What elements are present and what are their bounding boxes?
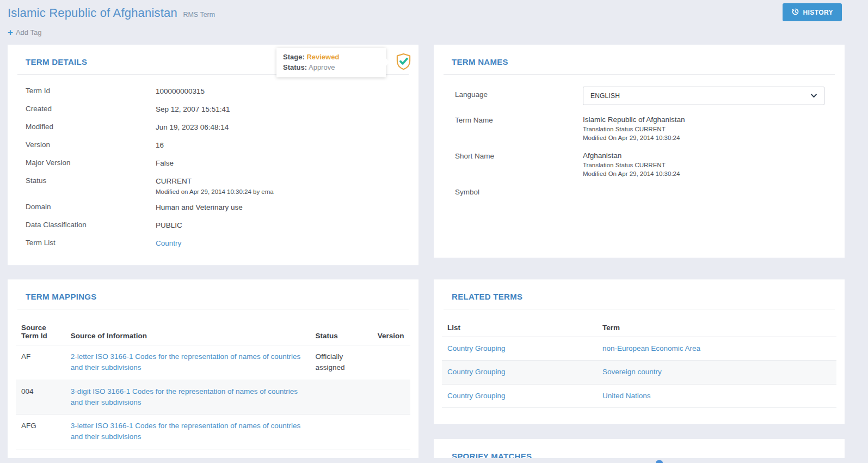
- related-term-link: non-European Economic Area: [597, 337, 836, 361]
- term-names-title: TERM NAMES: [434, 45, 845, 66]
- stage-status-tooltip: Stage: Reviewed Status: Approve: [276, 48, 386, 77]
- language-row: Language ENGLISH: [455, 87, 824, 105]
- term-mapping-row: AFG 3-letter ISO 3166-1 Codes for the re…: [16, 415, 410, 449]
- term-names-panel: TERM NAMES Language ENGLISH: [434, 45, 845, 258]
- term-details-panel: TERM DETAILS Stage: Reviewed Status: App…: [8, 45, 418, 265]
- add-tag-button[interactable]: + Add Tag: [8, 28, 57, 37]
- field-value: Jun 19, 2023 06:48:14: [156, 122, 229, 133]
- source-term-id-cell: 004: [16, 380, 65, 415]
- field-label: Term Id: [26, 86, 156, 97]
- page-subtitle: RMS Term: [183, 11, 215, 19]
- field-label: Created: [26, 104, 156, 115]
- related-term-row: Country Grouping Sovereign country: [442, 361, 836, 384]
- column-header-status: Status: [310, 320, 372, 345]
- add-tag-label: Add Tag: [16, 28, 41, 36]
- mapping-version-cell: [372, 415, 410, 449]
- related-term-link: United Nations: [597, 384, 836, 407]
- page-title: Islamic Republic of Afghanistan: [8, 6, 177, 20]
- field-row: Term Id 100000000315: [26, 86, 401, 97]
- term-details-fields: Term Id 100000000315 Created Sep 12, 200…: [8, 75, 418, 249]
- right-column: TERM NAMES Language ENGLISH: [434, 45, 845, 463]
- source-of-information-link: 3-letter ISO 3166-1 Codes for the repres…: [65, 415, 310, 449]
- sporify-matches-title: SPORIFY MATCHES: [434, 439, 845, 461]
- field-label: Version: [26, 140, 156, 151]
- language-selected-value: ENGLISH: [590, 92, 620, 100]
- shield-check-icon[interactable]: [396, 53, 411, 72]
- field-row: Status CURRENT Modified on Apr 29, 2014 …: [26, 176, 401, 195]
- plus-icon: +: [8, 28, 13, 37]
- field-label: Data Classification: [26, 220, 156, 231]
- language-select[interactable]: ENGLISH: [583, 87, 824, 105]
- term-mapping-row: 004 3-digit ISO 3166-1 Codes for the rep…: [16, 380, 410, 415]
- source-of-information-link: 3-digit ISO 3166-1 Codes for the represe…: [65, 380, 310, 415]
- source-term-id-cell: AF: [16, 345, 65, 380]
- history-icon: [791, 8, 799, 17]
- bottom-scroll-strip: [0, 458, 868, 463]
- tooltip-stage-line: Stage: Reviewed: [283, 52, 379, 63]
- field-value: 16: [156, 140, 164, 151]
- term-name-value: Afghanistan: [583, 151, 824, 160]
- modified-on: Modified On Apr 29, 2014 10:30:24: [583, 135, 824, 141]
- field-note: Modified on Apr 29, 2014 10:30:24 by ema: [156, 188, 274, 195]
- history-button[interactable]: HISTORY: [783, 3, 842, 21]
- related-list-link: Country Grouping: [442, 384, 597, 407]
- translation-status: Translation Status CURRENT: [583, 126, 824, 132]
- field-label: Domain: [26, 202, 156, 213]
- field-row: Domain Human and Veterinary use: [26, 202, 401, 213]
- mapping-status-cell: [310, 415, 372, 449]
- language-label: Language: [455, 87, 583, 105]
- field-value: Human and Veterinary use: [156, 202, 243, 213]
- term-mapping-row: AF 2-letter ISO 3166-1 Codes for the rep…: [16, 345, 410, 380]
- term-name-row: Symbol: [455, 187, 824, 196]
- field-label: Modified: [26, 122, 156, 133]
- mapping-version-cell: [372, 380, 410, 415]
- term-name-label: Short Name: [455, 151, 583, 177]
- page-header: Islamic Republic of Afghanistan RMS Term…: [8, 0, 868, 45]
- column-header-version: Version: [372, 320, 410, 345]
- related-list-link: Country Grouping: [442, 361, 597, 384]
- related-term-row: Country Grouping non-European Economic A…: [442, 337, 836, 361]
- related-terms-panel: RELATED TERMS List Term: [434, 279, 845, 424]
- field-value: False: [156, 158, 174, 169]
- field-value: Country: [156, 238, 181, 249]
- term-name-label: Symbol: [455, 187, 583, 196]
- chevron-down-icon: [811, 92, 817, 100]
- page: Islamic Republic of Afghanistan RMS Term…: [0, 0, 868, 463]
- related-list-link: Country Grouping: [442, 337, 597, 361]
- stage-value: Reviewed: [306, 53, 339, 61]
- term-mappings-panel: TERM MAPPINGS Source Term Id Source of I…: [8, 279, 418, 463]
- column-header-source-term-id: Source Term Id: [16, 320, 65, 345]
- floating-button-peek[interactable]: [656, 460, 663, 463]
- term-name-value: Islamic Republic of Afghanistan: [583, 115, 824, 124]
- term-name-row: Short Name Afghanistan Translation Statu…: [455, 151, 824, 177]
- modified-on: Modified On Apr 29, 2014 10:30:24: [583, 170, 824, 177]
- term-name-label: Term Name: [455, 115, 583, 141]
- field-value: CURRENT: [156, 176, 274, 187]
- related-terms-table: List Term Country Grouping non-European …: [442, 320, 836, 408]
- field-row: Version 16: [26, 140, 401, 151]
- related-term-link: Sovereign country: [597, 361, 836, 384]
- content-columns: TERM DETAILS Stage: Reviewed Status: App…: [8, 45, 868, 463]
- mapping-status-cell: Officially assigned: [310, 345, 372, 380]
- column-header-source: Source of Information: [65, 320, 310, 345]
- term-name-row: Term Name Islamic Republic of Afghanista…: [455, 115, 824, 141]
- field-value: PUBLIC: [156, 220, 182, 231]
- field-row: Created Sep 12, 2007 15:51:41: [26, 104, 401, 115]
- field-value: Sep 12, 2007 15:51:41: [156, 104, 230, 115]
- column-header-list: List: [442, 320, 597, 337]
- translation-status: Translation Status CURRENT: [583, 162, 824, 168]
- source-of-information-link: 2-letter ISO 3166-1 Codes for the repres…: [65, 345, 310, 380]
- field-value: 100000000315: [156, 86, 205, 97]
- history-button-label: HISTORY: [803, 9, 833, 16]
- field-label: Major Version: [26, 158, 156, 169]
- field-row: Term List Country: [26, 238, 401, 249]
- term-mappings-title: TERM MAPPINGS: [8, 279, 418, 301]
- field-row: Modified Jun 19, 2023 06:48:14: [26, 122, 401, 133]
- field-row: Data Classification PUBLIC: [26, 220, 401, 231]
- title-row: Islamic Republic of Afghanistan RMS Term…: [8, 0, 868, 20]
- field-label: Term List: [26, 238, 156, 249]
- mapping-status-cell: [310, 380, 372, 415]
- status-value: Approve: [309, 63, 335, 71]
- term-mappings-table: Source Term Id Source of Information Sta…: [16, 320, 410, 449]
- field-label: Status: [26, 176, 156, 195]
